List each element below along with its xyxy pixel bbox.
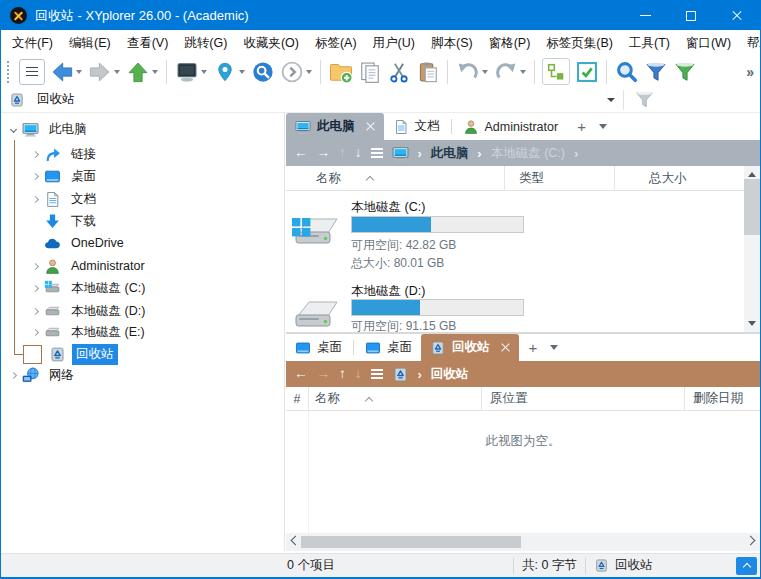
undo-dropdown[interactable] bbox=[482, 70, 488, 74]
crumb-back-button[interactable]: ← bbox=[294, 146, 308, 160]
visual-filter-button[interactable] bbox=[671, 58, 698, 85]
tree-item-links[interactable]: 链接 bbox=[1, 143, 284, 165]
forward-dropdown[interactable] bbox=[114, 70, 120, 74]
expand-icon[interactable] bbox=[27, 303, 43, 319]
search-button[interactable] bbox=[613, 58, 640, 85]
tab-recycle-bin[interactable]: 回收站 bbox=[421, 334, 519, 361]
main-menu-button[interactable] bbox=[19, 59, 45, 85]
address-input[interactable]: 回收站 bbox=[1, 87, 621, 112]
tab-this-pc[interactable]: 此电脑 bbox=[286, 113, 384, 140]
minimize-button[interactable] bbox=[622, 1, 668, 30]
breadcrumb-segment[interactable]: 本地磁盘 (C:) bbox=[491, 145, 565, 162]
address-dropdown-icon[interactable] bbox=[607, 98, 615, 102]
toggle-tree-button[interactable] bbox=[542, 58, 570, 85]
tree-item-drive-d[interactable]: 本地磁盘 (D:) bbox=[1, 300, 284, 322]
tree-item-this-pc[interactable]: 此电脑 bbox=[1, 118, 284, 140]
recycle-bin-icon[interactable] bbox=[392, 366, 409, 383]
column-header-original-location[interactable]: 原位置 bbox=[481, 387, 684, 410]
tab-list-dropdown[interactable] bbox=[599, 124, 607, 129]
column-header-name[interactable]: 名称 bbox=[286, 166, 504, 190]
tree-item-recycle-bin[interactable]: 回收站 bbox=[1, 343, 284, 365]
toolbar-overflow-button[interactable]: » bbox=[746, 64, 754, 80]
menu-favorites[interactable]: 收藏夹(O) bbox=[235, 30, 307, 56]
breadcrumb-segment[interactable]: 此电脑 bbox=[431, 145, 469, 162]
status-up-button[interactable] bbox=[736, 557, 757, 575]
tree-item-drive-c[interactable]: 本地磁盘 (C:) bbox=[1, 277, 284, 299]
column-header-type[interactable]: 类型 bbox=[504, 166, 614, 190]
go-to-location-button[interactable] bbox=[211, 58, 238, 85]
filter-button[interactable] bbox=[642, 58, 669, 85]
scroll-left-icon[interactable] bbox=[291, 536, 301, 546]
vertical-scrollbar[interactable] bbox=[744, 166, 760, 332]
new-tab-button[interactable]: + bbox=[529, 339, 538, 356]
back-dropdown[interactable] bbox=[76, 70, 82, 74]
new-folder-button[interactable] bbox=[327, 58, 354, 85]
show-desktop-button[interactable] bbox=[173, 58, 200, 85]
go-to-last-dropdown[interactable] bbox=[306, 70, 312, 74]
new-tab-button[interactable]: + bbox=[577, 118, 586, 135]
up-dropdown[interactable] bbox=[152, 70, 158, 74]
menu-file[interactable]: 文件(F) bbox=[4, 30, 61, 56]
scroll-right-icon[interactable] bbox=[746, 536, 756, 546]
tab-desktop-1[interactable]: 桌面 bbox=[286, 334, 351, 361]
tree-item-drive-e[interactable]: 本地磁盘 (E:) bbox=[1, 321, 284, 343]
scroll-up-icon[interactable] bbox=[748, 172, 756, 177]
menu-help[interactable]: 帮助(H) bbox=[739, 30, 761, 56]
toolbar-grip[interactable] bbox=[7, 61, 10, 83]
crumb-down-button[interactable]: ↓ bbox=[355, 146, 362, 160]
column-header-delete-date[interactable]: 删除日期 bbox=[684, 387, 760, 410]
tab-desktop-2[interactable]: 桌面 bbox=[356, 334, 421, 361]
zoom-button[interactable] bbox=[249, 58, 276, 85]
menu-view[interactable]: 查看(V) bbox=[119, 30, 177, 56]
computer-icon[interactable] bbox=[392, 145, 409, 162]
menu-tags[interactable]: 标签(A) bbox=[307, 30, 365, 56]
tab-close-icon[interactable] bbox=[501, 343, 510, 352]
close-button[interactable] bbox=[714, 1, 760, 30]
tree-item-documents[interactable]: 文档 bbox=[1, 188, 284, 210]
crumb-up-button[interactable]: ↑ bbox=[339, 146, 346, 160]
back-button[interactable] bbox=[48, 58, 75, 85]
menu-go[interactable]: 跳转(G) bbox=[176, 30, 235, 56]
expand-icon[interactable] bbox=[27, 280, 43, 296]
crumb-forward-button[interactable]: → bbox=[317, 367, 331, 381]
scroll-down-icon[interactable] bbox=[748, 321, 756, 326]
menu-window[interactable]: 窗口(W) bbox=[678, 30, 739, 56]
tree-item-desktop[interactable]: 桌面 bbox=[1, 165, 284, 187]
menu-user[interactable]: 用户(U) bbox=[365, 30, 423, 56]
tree-item-downloads[interactable]: 下载 bbox=[1, 210, 284, 232]
crumb-forward-button[interactable]: → bbox=[317, 146, 331, 160]
undo-button[interactable] bbox=[454, 58, 481, 85]
tree-item-network[interactable]: 网络 bbox=[1, 364, 284, 386]
tree-item-onedrive[interactable]: OneDrive bbox=[1, 232, 284, 254]
address-filter-button[interactable] bbox=[631, 86, 658, 113]
redo-dropdown[interactable] bbox=[520, 70, 526, 74]
maximize-button[interactable] bbox=[668, 1, 714, 30]
scrollbar-thumb[interactable] bbox=[744, 179, 760, 235]
column-header-total-size[interactable]: 总大小 bbox=[614, 166, 744, 190]
up-button[interactable] bbox=[124, 58, 151, 85]
cut-button[interactable] bbox=[385, 58, 412, 85]
crumb-back-button[interactable]: ← bbox=[294, 367, 308, 381]
tab-close-icon[interactable] bbox=[366, 122, 375, 131]
scrollbar-thumb[interactable] bbox=[301, 536, 521, 548]
column-header-name[interactable]: 名称 bbox=[308, 387, 481, 410]
go-to-last-button[interactable] bbox=[278, 58, 305, 85]
menu-edit[interactable]: 编辑(E) bbox=[61, 30, 119, 56]
tab-list-dropdown[interactable] bbox=[550, 345, 558, 350]
expand-icon[interactable] bbox=[27, 146, 43, 162]
collapse-icon[interactable] bbox=[5, 121, 21, 137]
expand-icon[interactable] bbox=[27, 324, 43, 340]
expand-icon[interactable] bbox=[27, 168, 43, 184]
horizontal-scrollbar[interactable] bbox=[286, 533, 760, 551]
expand-icon[interactable] bbox=[5, 367, 21, 383]
redo-button[interactable] bbox=[492, 58, 519, 85]
copy-button[interactable] bbox=[356, 58, 383, 85]
menu-scripting[interactable]: 脚本(S) bbox=[423, 30, 481, 56]
toggle-checkboxes-button[interactable] bbox=[573, 58, 600, 85]
expand-icon[interactable] bbox=[27, 258, 43, 274]
crumb-up-button[interactable]: ↑ bbox=[339, 367, 346, 381]
crumb-down-button[interactable]: ↓ bbox=[355, 367, 362, 381]
forward-button[interactable] bbox=[86, 58, 113, 85]
tab-documents[interactable]: 文档 bbox=[384, 113, 449, 140]
breadcrumb-segment[interactable]: 回收站 bbox=[431, 366, 469, 383]
